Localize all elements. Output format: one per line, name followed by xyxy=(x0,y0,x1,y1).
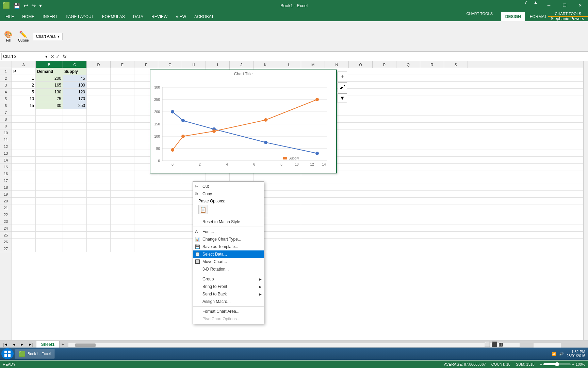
page-layout-view-button[interactable]: ⬛ xyxy=(491,341,497,347)
cell-C6[interactable]: 250 xyxy=(63,102,87,109)
vertical-scrollbar[interactable] xyxy=(583,61,588,340)
row-num-20[interactable]: 20 xyxy=(0,198,12,204)
copy-menu-item[interactable]: ⧉ Copy xyxy=(193,190,264,198)
cell-B2[interactable]: 200 xyxy=(36,75,63,81)
row-num-25[interactable]: 25 xyxy=(0,232,12,239)
col-header-P[interactable]: P xyxy=(373,61,396,68)
col-header-C[interactable]: C xyxy=(63,61,87,68)
col-header-J[interactable]: J xyxy=(230,61,254,68)
row-num-22[interactable]: 22 xyxy=(0,211,12,218)
row-num-17[interactable]: 17 xyxy=(0,177,12,184)
change-chart-type-menu-item[interactable]: 📊 Change Chart Type... xyxy=(193,235,264,243)
row-num-24[interactable]: 24 xyxy=(0,225,12,232)
sheet-nav-first[interactable]: |◄ xyxy=(1,341,9,348)
page-break-view-button[interactable]: ▦ xyxy=(499,341,503,347)
row-num-4[interactable]: 4 xyxy=(0,89,12,95)
ribbon-collapse-icon[interactable]: ▲ xyxy=(530,0,541,11)
cell-B5[interactable]: 75 xyxy=(36,95,63,102)
cancel-formula-button[interactable]: ✕ xyxy=(50,54,54,59)
col-header-S[interactable]: S xyxy=(444,61,468,68)
cell-A1[interactable]: P xyxy=(12,68,36,75)
sheet-nav-last[interactable]: ►| xyxy=(27,341,35,348)
row-num-6[interactable]: 6 xyxy=(0,102,12,109)
move-chart-menu-item[interactable]: 🔲 Move Chart... xyxy=(193,258,264,265)
tab-formulas[interactable]: FORMULAS xyxy=(98,12,129,21)
row-num-8[interactable]: 8 xyxy=(0,116,12,123)
col-header-E[interactable]: E xyxy=(111,61,134,68)
cell-D2[interactable] xyxy=(87,75,111,81)
cell-D3[interactable] xyxy=(87,82,111,88)
col-header-F[interactable]: F xyxy=(134,61,158,68)
minimize-button[interactable]: ─ xyxy=(541,0,557,11)
tab-view[interactable]: VIEW xyxy=(172,12,190,21)
close-button[interactable]: ✕ xyxy=(572,0,588,11)
col-header-K[interactable]: K xyxy=(254,61,277,68)
cell-D4[interactable] xyxy=(87,89,111,95)
cell-B1[interactable]: Demand xyxy=(36,68,63,75)
fill-button[interactable]: 🎨 Fill xyxy=(3,29,14,44)
select-data-menu-item[interactable]: 📋 Select Data... xyxy=(193,250,264,258)
save-icon[interactable]: 💾 xyxy=(13,2,20,9)
col-header-G[interactable]: G xyxy=(158,61,182,68)
horizontal-scrollbar[interactable] xyxy=(68,343,520,348)
row-num-21[interactable]: 21 xyxy=(0,204,12,211)
row-num-2[interactable]: 2 xyxy=(0,75,12,82)
font-menu-item[interactable]: A Font... xyxy=(193,228,264,235)
cell-A2[interactable]: 1 xyxy=(12,75,36,81)
row-num-16[interactable]: 16 xyxy=(0,170,12,177)
row-num-14[interactable]: 14 xyxy=(0,157,12,164)
tab-review[interactable]: REVIEW xyxy=(147,12,172,21)
cell-B6[interactable]: 30 xyxy=(36,102,63,109)
cell-C1[interactable]: Supply xyxy=(63,68,87,75)
zoom-in-icon[interactable]: + xyxy=(572,362,574,366)
zoom-out-icon[interactable]: − xyxy=(540,362,542,366)
cell-E6[interactable] xyxy=(111,102,134,109)
taskbar-excel-app[interactable]: 🟩 Book1 - Excel xyxy=(15,349,54,358)
tab-design[interactable]: DESIGN xyxy=(501,12,525,21)
col-header-O[interactable]: O xyxy=(349,61,373,68)
cell-E5[interactable] xyxy=(111,95,134,102)
group-menu-item[interactable]: Group ▶ xyxy=(193,275,264,283)
3d-rotation-menu-item[interactable]: 3-D Rotation... xyxy=(193,265,264,273)
save-template-menu-item[interactable]: 💾 Save as Template... xyxy=(193,243,264,250)
row-num-5[interactable]: 5 xyxy=(0,95,12,102)
reset-style-menu-item[interactable]: Reset to Match Style xyxy=(193,218,264,226)
cell-E2[interactable] xyxy=(111,75,134,81)
cell-E1[interactable] xyxy=(111,68,134,75)
formula-input[interactable] xyxy=(68,54,587,59)
sheet-tab-sheet1[interactable]: Sheet1 xyxy=(36,341,60,348)
col-header-A[interactable]: A xyxy=(12,61,36,68)
confirm-formula-button[interactable]: ✓ xyxy=(56,54,60,59)
tab-file[interactable]: FILE xyxy=(1,12,18,21)
zoom-slider[interactable] xyxy=(543,363,571,365)
start-button[interactable] xyxy=(1,348,14,359)
cell-D1[interactable] xyxy=(87,68,111,75)
tab-insert[interactable]: INSERT xyxy=(38,12,62,21)
row-num-27[interactable]: 27 xyxy=(0,245,12,252)
cell-E3[interactable] xyxy=(111,82,134,88)
tab-page-layout[interactable]: PAGE LAYOUT xyxy=(62,12,98,21)
col-header-H[interactable]: H xyxy=(182,61,206,68)
undo-icon[interactable]: ↩ xyxy=(23,2,28,9)
cell-A3[interactable]: 2 xyxy=(12,82,36,88)
col-header-D[interactable]: D xyxy=(87,61,111,68)
row-num-13[interactable]: 13 xyxy=(0,150,12,157)
send-to-back-menu-item[interactable]: Send to Back ▶ xyxy=(193,290,264,298)
cell-D5[interactable] xyxy=(87,95,111,102)
row-num-11[interactable]: 11 xyxy=(0,136,12,143)
row-num-18[interactable]: 18 xyxy=(0,184,12,191)
col-header-B[interactable]: B xyxy=(36,61,63,68)
row-num-3[interactable]: 3 xyxy=(0,82,12,89)
chart-filter-button[interactable]: ▼ xyxy=(338,93,347,103)
col-header-M[interactable]: M xyxy=(301,61,325,68)
cell-A4[interactable]: 5 xyxy=(12,89,36,95)
col-header-R[interactable]: R xyxy=(420,61,444,68)
outline-button[interactable]: ✏️ Outline xyxy=(17,29,30,44)
chart-add-element-button[interactable]: + xyxy=(338,72,347,81)
row-num-7[interactable]: 7 xyxy=(0,109,12,116)
row-num-26[interactable]: 26 xyxy=(0,239,12,245)
assign-macro-menu-item[interactable]: Assign Macro... xyxy=(193,298,264,305)
tab-data[interactable]: DATA xyxy=(129,12,147,21)
tab-home[interactable]: HOME xyxy=(18,12,38,21)
undo-arrow[interactable]: ↪ xyxy=(31,2,36,9)
